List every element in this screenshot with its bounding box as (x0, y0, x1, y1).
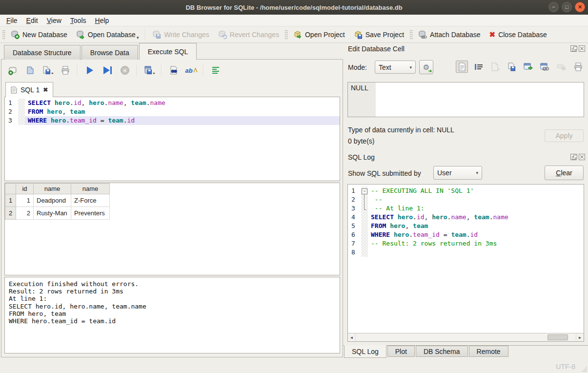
dock-tab-sql-log[interactable]: SQL Log (344, 345, 386, 358)
open-database-button[interactable]: Open Database ▾ (72, 28, 143, 41)
cell-value-editor[interactable]: NULL (347, 82, 584, 117)
auto-complete-button[interactable]: ab (185, 64, 198, 77)
auto-switch-mode-button[interactable]: ⚙ ➜ (419, 60, 433, 74)
open-database-dropdown-icon[interactable]: ▾ (137, 35, 139, 40)
cell-team-name[interactable]: Preventers (71, 207, 110, 220)
dock-tab-db-schema[interactable]: DB Schema (416, 346, 468, 357)
open-sql-file-button[interactable] (24, 64, 37, 77)
sql-toolbar: ✕ ab (6, 63, 222, 77)
close-panel-icon[interactable] (579, 154, 585, 160)
sql-editor-tab[interactable]: SQL 1 ✖ (5, 82, 53, 97)
toolbar-drag-handle[interactable] (2, 29, 5, 40)
right-dock: Edit Database Cell Mode: Text ▾ ⚙ ➜ NULL (343, 43, 588, 360)
menu-help[interactable]: Help (91, 16, 114, 25)
float-panel-icon[interactable] (570, 45, 577, 52)
execute-all-icon (87, 66, 93, 74)
link-data-button[interactable] (539, 61, 551, 73)
resize-grip[interactable] (581, 366, 587, 372)
sql-log-filter-select[interactable]: User ▾ (433, 166, 482, 180)
close-button[interactable]: ✕ (575, 2, 585, 12)
results-table: id name name 1 1 Deadpond Z-Force 2 2 Ru… (5, 183, 110, 220)
app-window: DB Browser for SQLite - /home/user/code/… (0, 0, 588, 373)
row-header[interactable]: 2 (5, 207, 16, 220)
tab-execute-sql[interactable]: Execute SQL (139, 43, 197, 60)
sql-log-view[interactable]: 1-- EXECUTING ALL IN 'SQL 1'2 --3 -- At … (347, 184, 584, 342)
cell-hero-name[interactable]: Rusty-Man (34, 207, 71, 220)
results-header-name1[interactable]: name (34, 184, 71, 194)
scrollbar-thumb[interactable] (547, 334, 568, 340)
print-sql-button[interactable] (59, 64, 72, 77)
close-panel-icon[interactable] (579, 45, 585, 52)
tab-browse-data[interactable]: Browse Data (81, 45, 138, 60)
format-sql-icon (212, 67, 219, 74)
horizontal-scrollbar[interactable]: ◀ ▶ (348, 333, 584, 341)
attach-database-button[interactable]: Attach Database (414, 28, 485, 41)
dock-tab-plot[interactable]: Plot (387, 346, 415, 357)
row-header[interactable]: 1 (5, 194, 16, 207)
cell-editor-toolbar (456, 61, 584, 73)
open-project-icon (293, 30, 302, 39)
text-mode-button[interactable] (456, 61, 468, 73)
chevron-down-icon: ▾ (476, 170, 478, 175)
dock-tab-remote[interactable]: Remote (469, 346, 508, 357)
execute-all-button[interactable] (83, 64, 96, 77)
new-database-button[interactable]: New Database (6, 28, 72, 41)
open-project-button[interactable]: Open Project (289, 28, 349, 41)
title-bar[interactable]: DB Browser for SQLite - /home/user/code/… (0, 0, 588, 15)
close-icon: ✕ (578, 4, 582, 10)
execute-sql-panel: ✕ ab SQL 1 ✖ 1SELECT hero.id, hero.name,… (1, 59, 343, 357)
cell-hero-name[interactable]: Deadpond (34, 194, 71, 207)
cell-id[interactable]: 1 (16, 194, 34, 207)
results-header-id[interactable]: id (16, 184, 34, 194)
window-controls: − □ ✕ (548, 2, 585, 12)
menu-view[interactable]: View (42, 16, 66, 25)
execution-message[interactable]: Execution finished without errors. Resul… (4, 277, 340, 353)
sql-file-icon (11, 86, 17, 94)
minimize-button[interactable]: − (548, 2, 559, 12)
cell-value-area[interactable] (376, 83, 584, 117)
close-database-button[interactable]: ✖ Close Database (485, 28, 551, 41)
sql-tab-close-icon[interactable]: ✖ (43, 86, 48, 93)
print-cell-button[interactable] (572, 61, 584, 73)
toolbar-drag-handle[interactable] (284, 29, 288, 40)
mode-select[interactable]: Text ▾ (375, 61, 416, 74)
maximize-button[interactable]: □ (562, 2, 572, 12)
auto-complete-icon: ab (185, 67, 192, 74)
open-database-icon (76, 30, 85, 39)
sql-log-panel-title: SQL Log (348, 153, 375, 161)
menu-edit[interactable]: Edit (22, 16, 42, 25)
menu-file[interactable]: File (2, 16, 22, 25)
save-project-button[interactable]: Save Project (349, 28, 408, 41)
tab-database-structure[interactable]: Database Structure (4, 45, 81, 60)
new-sql-tab-button[interactable] (6, 64, 19, 77)
close-database-icon: ✖ (489, 30, 496, 39)
sql-editor[interactable]: 1SELECT hero.id, hero.name, team.name2FR… (4, 97, 340, 181)
scroll-right-icon[interactable]: ▶ (576, 333, 584, 341)
results-corner-header[interactable] (5, 184, 16, 194)
toolbar-drag-handle[interactable] (409, 29, 413, 40)
encoding-label: UTF-8 (556, 363, 575, 371)
word-wrap-button[interactable] (472, 61, 485, 73)
code-line: 2 -- (348, 195, 584, 204)
code-line: 3 -- At line 1: (348, 204, 584, 213)
code-line: 6WHERE hero.team_id = team.id (348, 230, 584, 239)
sql-tab-label: SQL 1 (20, 86, 40, 94)
open-in-external-app-button[interactable] (522, 61, 534, 73)
code-line: 1-- EXECUTING ALL IN 'SQL 1' (348, 186, 584, 195)
float-panel-icon[interactable] (570, 154, 577, 160)
execute-current-line-button[interactable] (101, 64, 114, 77)
save-results-button[interactable] (143, 64, 156, 77)
export-to-file-button[interactable] (506, 61, 518, 73)
sql-toolbar-separator (161, 65, 162, 76)
find-button[interactable] (167, 64, 180, 77)
menu-tools[interactable]: Tools (66, 16, 91, 25)
results-header-name2[interactable]: name (71, 184, 110, 194)
format-sql-button[interactable] (209, 64, 222, 77)
scroll-left-icon[interactable]: ◀ (348, 333, 356, 341)
clear-log-button[interactable]: Clear (545, 166, 584, 180)
scrollbar-track[interactable] (356, 333, 576, 341)
table-row: 2 2 Rusty-Man Preventers (5, 207, 110, 220)
cell-id[interactable]: 2 (16, 207, 34, 220)
cell-team-name[interactable]: Z-Force (71, 194, 110, 207)
save-sql-file-button[interactable] (41, 64, 54, 77)
